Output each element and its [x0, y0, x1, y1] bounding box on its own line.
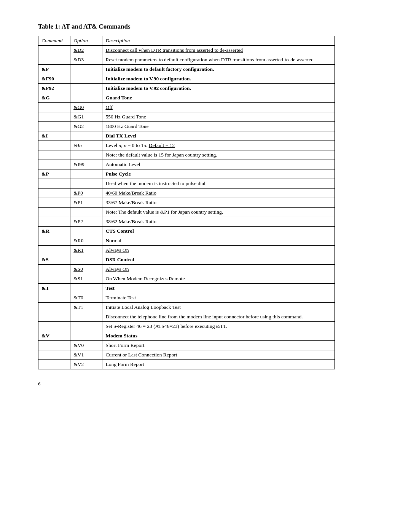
- table-row: Note: The default value is &P1 for Japan…: [38, 208, 335, 217]
- table-row: &R1Always On: [38, 246, 335, 255]
- cell-command: [38, 189, 70, 198]
- cell-option: [70, 208, 102, 217]
- cell-command: [38, 122, 70, 131]
- cell-command: [38, 46, 70, 55]
- table-row: &T0Terminate Test: [38, 293, 335, 303]
- table-row: Disconnect the telephone line from the m…: [38, 312, 335, 322]
- cell-description: Guard Tone: [102, 93, 335, 103]
- table-row: &T1Initiate Local Analog Loopback Test: [38, 303, 335, 312]
- cell-command: [38, 179, 70, 189]
- cell-option: [70, 179, 102, 189]
- table-row: &D3Reset modem parameters to default con…: [38, 55, 335, 65]
- cell-description: Set S-Register 46 = 23 (ATS46=23) before…: [102, 322, 335, 331]
- cell-command: [38, 112, 70, 122]
- cell-option: &T0: [70, 293, 102, 303]
- cell-option: [70, 169, 102, 179]
- table-row: &SDSR Control: [38, 255, 335, 265]
- cell-option: &V1: [70, 350, 102, 360]
- cell-command: [38, 341, 70, 350]
- cell-option: &S0: [70, 265, 102, 274]
- cell-option: &R0: [70, 236, 102, 246]
- cell-description: Short Form Report: [102, 341, 335, 350]
- cell-description: Disconnect the telephone line from the m…: [102, 312, 335, 322]
- cell-description: 1800 Hz Guard Tone: [102, 122, 335, 131]
- cell-command: [38, 246, 70, 255]
- cell-command: &F90: [38, 74, 70, 84]
- table-row: &D2Disconnect call when DTR transitions …: [38, 46, 335, 55]
- cell-option: &V0: [70, 341, 102, 350]
- cell-option: &D2: [70, 46, 102, 55]
- cell-command: [38, 293, 70, 303]
- cell-description: Off: [102, 103, 335, 112]
- table-row: &V2Long Form Report: [38, 360, 335, 369]
- cell-command: [38, 55, 70, 65]
- table-row: &IDial TX Level: [38, 131, 335, 141]
- cell-command: [38, 303, 70, 312]
- table-row: &S1On When Modem Recognizes Remote: [38, 274, 335, 284]
- cell-command: &V: [38, 331, 70, 341]
- cell-option: &V2: [70, 360, 102, 369]
- table-row: &F92Initialize modem to V.92 configurati…: [38, 84, 335, 93]
- table-row: &InLevel n; n = 0 to 15. Default = 12: [38, 141, 335, 150]
- cell-command: &R: [38, 227, 70, 236]
- cell-option: &S1: [70, 274, 102, 284]
- table-row: &G0Off: [38, 103, 335, 112]
- cell-description: Terminate Test: [102, 293, 335, 303]
- cell-description: 33/67 Make/Break Ratio: [102, 198, 335, 208]
- cell-command: &G: [38, 93, 70, 103]
- cell-option: [70, 150, 102, 160]
- cell-option: [70, 65, 102, 74]
- cell-command: [38, 103, 70, 112]
- cell-option: &R1: [70, 246, 102, 255]
- cell-description: Modem Status: [102, 331, 335, 341]
- cell-command: [38, 236, 70, 246]
- cell-description: Normal: [102, 236, 335, 246]
- cell-command: [38, 217, 70, 227]
- cell-description: Initialize modem to V.92 configuration.: [102, 84, 335, 93]
- cell-description: Dial TX Level: [102, 131, 335, 141]
- cell-command: [38, 322, 70, 331]
- cell-option: [70, 331, 102, 341]
- cell-option: [70, 74, 102, 84]
- cell-command: &T: [38, 284, 70, 293]
- cell-option: &P0: [70, 189, 102, 198]
- cell-option: &G1: [70, 112, 102, 122]
- cell-command: [38, 350, 70, 360]
- cell-command: &F92: [38, 84, 70, 93]
- cell-command: &P: [38, 169, 70, 179]
- cell-option: [70, 322, 102, 331]
- table-row: &P040/60 Make/Break Ratio: [38, 189, 335, 198]
- cell-option: &D3: [70, 55, 102, 65]
- cell-option: &P1: [70, 198, 102, 208]
- cell-command: [38, 198, 70, 208]
- cell-description: Initiate Local Analog Loopback Test: [102, 303, 335, 312]
- table-row: Used when the modem is instructed to pul…: [38, 179, 335, 189]
- cell-description: Test: [102, 284, 335, 293]
- cell-option: [70, 131, 102, 141]
- cell-option: [70, 93, 102, 103]
- cell-description: Note: the default value is 15 for Japan …: [102, 150, 335, 160]
- table-row: Set S-Register 46 = 23 (ATS46=23) before…: [38, 322, 335, 331]
- table-row: &S0Always On: [38, 265, 335, 274]
- cell-command: [38, 312, 70, 322]
- table-row: &TTest: [38, 284, 335, 293]
- cell-description: DSR Control: [102, 255, 335, 265]
- cell-option: &I99: [70, 160, 102, 169]
- cell-option: &G0: [70, 103, 102, 112]
- cell-command: [38, 208, 70, 217]
- cell-description: Always On: [102, 246, 335, 255]
- table-row: &RCTS Control: [38, 227, 335, 236]
- table-row: &P238/62 Make/Break Ratio: [38, 217, 335, 227]
- cell-description: Long Form Report: [102, 360, 335, 369]
- cell-option: [70, 84, 102, 93]
- cell-option: &T1: [70, 303, 102, 312]
- cell-command: [38, 160, 70, 169]
- table-row: &F90Initialize modem to V.90 configurati…: [38, 74, 335, 84]
- table-row: &V0Short Form Report: [38, 341, 335, 350]
- cell-command: [38, 360, 70, 369]
- table-row: &P133/67 Make/Break Ratio: [38, 198, 335, 208]
- cell-option: [70, 227, 102, 236]
- cell-option: [70, 312, 102, 322]
- table-row: &GGuard Tone: [38, 93, 335, 103]
- cell-description: 550 Hz Guard Tone: [102, 112, 335, 122]
